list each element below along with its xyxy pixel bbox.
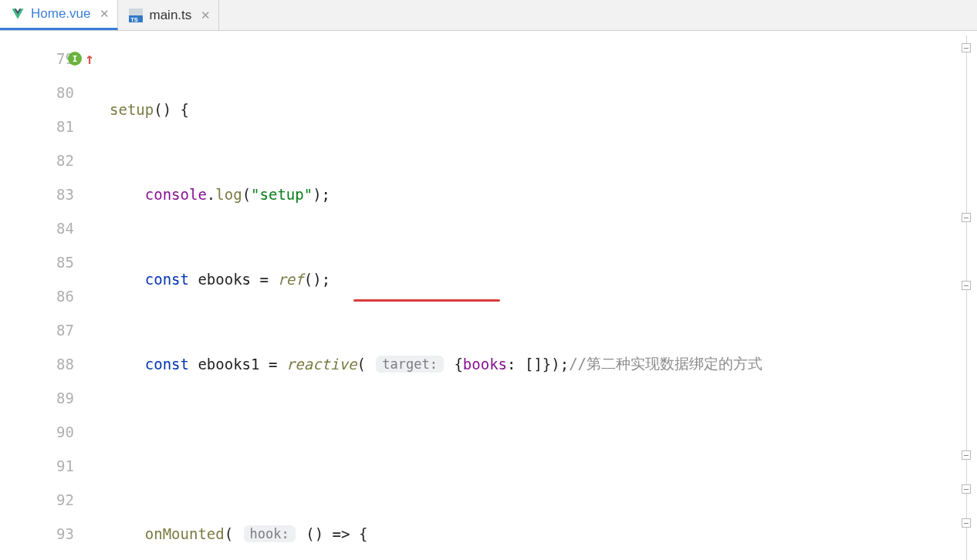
line-number: 80 bbox=[43, 84, 74, 101]
inlay-hint: target: bbox=[376, 356, 444, 373]
line-number: 81 bbox=[43, 118, 74, 135]
tab-label: Home.vue bbox=[31, 6, 90, 22]
code-line[interactable] bbox=[108, 432, 977, 466]
tab-label: main.ts bbox=[149, 8, 191, 23]
close-icon[interactable]: ✕ bbox=[201, 8, 211, 22]
line-number: 82 bbox=[43, 152, 74, 169]
code-line[interactable]: setup() { bbox=[108, 93, 977, 127]
line-number: 91 bbox=[43, 457, 74, 474]
code-line[interactable]: console.log("setup"); bbox=[108, 177, 977, 211]
inspection-ok-icon: I bbox=[68, 52, 82, 66]
gutter: 79 I ↑ 80 81 82 83 84 85 86 87 88 89 90 … bbox=[0, 31, 108, 560]
line-number: 86 bbox=[43, 288, 74, 305]
line-number: 87 bbox=[43, 322, 74, 339]
line-number: 92 bbox=[43, 491, 74, 508]
tab-main-ts[interactable]: TS main.ts ✕ bbox=[118, 0, 219, 30]
line-number: 93 bbox=[43, 525, 74, 542]
annotation-underline bbox=[353, 299, 500, 302]
close-icon[interactable]: ✕ bbox=[100, 7, 110, 21]
code-line[interactable]: onMounted( hook: () => { bbox=[108, 517, 977, 551]
line-number: 85 bbox=[43, 254, 74, 271]
svg-rect-1 bbox=[129, 8, 143, 15]
code-line[interactable]: const ebooks = ref(); bbox=[108, 262, 977, 296]
code-area[interactable]: setup() { console.log("setup"); const eb… bbox=[108, 31, 977, 560]
line-number: 90 bbox=[43, 423, 74, 440]
line-number: 83 bbox=[43, 186, 74, 203]
override-up-icon: ↑ bbox=[85, 49, 94, 68]
editor: 79 I ↑ 80 81 82 83 84 85 86 87 88 89 90 … bbox=[0, 31, 977, 560]
vue-icon bbox=[11, 7, 25, 21]
tab-home-vue[interactable]: Home.vue ✕ bbox=[0, 0, 118, 30]
line-number: 84 bbox=[43, 220, 74, 237]
inlay-hint: hook: bbox=[244, 525, 296, 542]
ts-icon: TS bbox=[129, 8, 143, 22]
svg-text:TS: TS bbox=[131, 15, 139, 22]
status-marker[interactable]: I ↑ bbox=[68, 49, 94, 68]
tabs-bar: Home.vue ✕ TS main.ts ✕ bbox=[0, 0, 977, 31]
line-number: 88 bbox=[43, 356, 74, 373]
code-line[interactable]: const ebooks1 = reactive( target: {books… bbox=[108, 347, 977, 381]
line-number: 89 bbox=[43, 390, 74, 407]
